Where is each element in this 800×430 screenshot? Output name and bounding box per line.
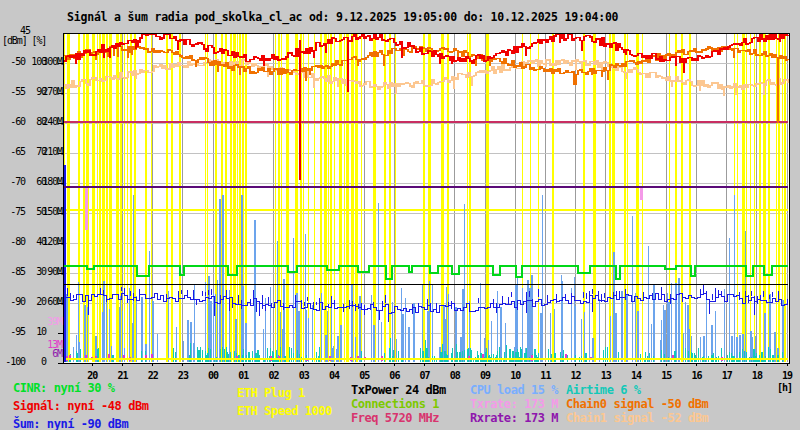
hour-label: 17 [716, 371, 738, 381]
legend-item-eth-plug: ETH Plug 1 [237, 387, 305, 399]
hour-label: 11 [534, 371, 556, 381]
hour-label: 01 [232, 371, 254, 381]
y-axis-units-label: [dBm] [%] [2, 36, 46, 46]
y-axis-row: -50100300M [0, 57, 62, 69]
y-axis-row: -9510 [0, 327, 62, 339]
y-axis-row: -902060M [0, 297, 62, 309]
legend-item-cpu: CPU load 15 % [470, 384, 558, 396]
hour-label: 07 [414, 371, 436, 381]
legend-item-chain1: Chain1 signal -52 dBm [566, 412, 708, 424]
y-axis-row: -6570210M [0, 147, 62, 159]
rate-mark-label: 39M [36, 317, 62, 327]
hour-label: 22 [142, 371, 164, 381]
legend-item-txpower: TxPower 24 dBm [351, 384, 446, 396]
hour-label: 21 [112, 371, 134, 381]
rrd-graph-page: Signál a šum radia pod_skolka_cl_ac od: … [0, 0, 800, 430]
legend-item-airtime: Airtime 6 % [566, 384, 641, 396]
y-axis-row: -7550150M [0, 207, 62, 219]
legend-item-cinr: CINR: nyní 30 % [13, 382, 115, 394]
hour-label: 19 [776, 371, 798, 381]
hour-label: 06 [383, 371, 405, 381]
hour-label: 05 [353, 371, 375, 381]
legend-item-connections: Connections 1 [351, 398, 439, 410]
hour-label: 12 [565, 371, 587, 381]
hour-label: 20 [81, 371, 103, 381]
legend-item-rxrate: Rxrate: 173 M [470, 412, 558, 424]
legend-item-freq: Freq 5720 MHz [351, 412, 439, 424]
y-axis-row: -853090M [0, 267, 62, 279]
y-axis-row: -6080240M [0, 117, 62, 129]
y-axis-row: -8040120M [0, 237, 62, 249]
legend-item-chain0: Chain0 signal -50 dBm [566, 398, 708, 410]
legend-item-sum: Šum: nyní -90 dBm [13, 418, 128, 430]
x-axis-unit-label: [h] [768, 383, 792, 393]
hour-label: 15 [655, 371, 677, 381]
hour-label: 09 [474, 371, 496, 381]
hour-label: 18 [746, 371, 768, 381]
hour-label: 03 [293, 371, 315, 381]
legend-item-signal: Signál: nyní -48 dBm [13, 400, 149, 412]
hour-label: 16 [686, 371, 708, 381]
hour-label: 14 [625, 371, 647, 381]
y-axis-row: -7060180M [0, 177, 62, 189]
legend-item-eth-speed: ETH Speed 1000 [237, 405, 332, 417]
hour-label: 00 [202, 371, 224, 381]
hour-label: 13 [595, 371, 617, 381]
legend-item-txrate: Txrate: 173 M [470, 398, 558, 410]
hour-label: 02 [263, 371, 285, 381]
rate-mark-label: 6M [36, 349, 62, 359]
hour-label: 04 [323, 371, 345, 381]
signal-noise-chart [0, 0, 800, 430]
y-axis-row: -5590270M [0, 87, 62, 99]
hour-label: 10 [504, 371, 526, 381]
hour-label: 08 [444, 371, 466, 381]
hour-label: 23 [172, 371, 194, 381]
graph-title: Signál a šum radia pod_skolka_cl_ac od: … [67, 12, 618, 24]
